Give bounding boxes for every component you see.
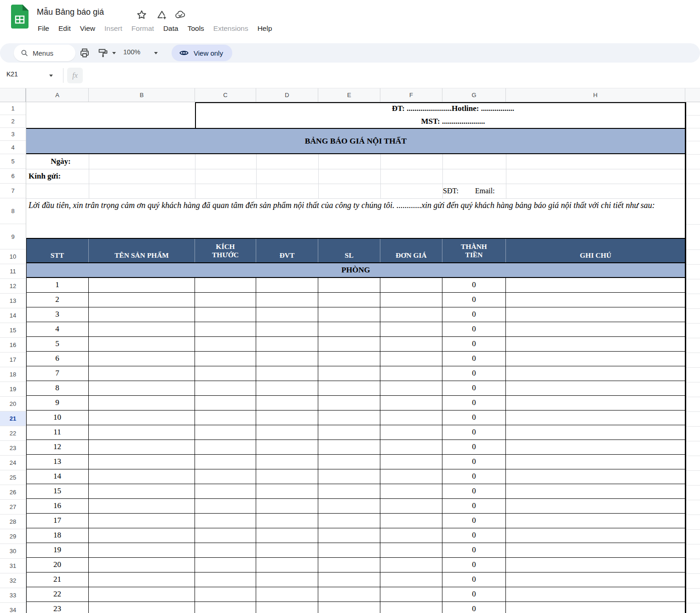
cell-empty[interactable] (506, 411, 685, 425)
cell-stt[interactable]: 18 (26, 528, 89, 543)
cell-tax-line[interactable]: MST: ...................... (221, 115, 685, 128)
menu-tools[interactable]: Tools (183, 22, 209, 35)
cell-empty[interactable] (506, 587, 685, 601)
cell-empty[interactable] (195, 411, 256, 425)
cell-empty[interactable] (318, 602, 380, 613)
cell-stt[interactable]: 17 (26, 514, 89, 528)
cell-empty[interactable] (195, 352, 256, 366)
cell-empty[interactable] (380, 484, 442, 498)
cell-empty[interactable] (318, 499, 380, 513)
cell-empty[interactable] (195, 440, 256, 454)
cell-stt[interactable]: 10 (26, 411, 89, 425)
cell-empty[interactable] (256, 440, 318, 454)
cell-stt[interactable]: 7 (26, 366, 89, 381)
cell-empty[interactable] (256, 411, 318, 425)
view-only-chip[interactable]: View only (172, 45, 232, 61)
column-header-F[interactable]: F (380, 88, 442, 102)
cell-empty[interactable] (318, 352, 380, 366)
cell-empty[interactable] (195, 514, 256, 528)
cell-empty[interactable] (256, 543, 318, 557)
cell-empty[interactable] (318, 411, 380, 425)
cell-thanh-tien[interactable]: 0 (442, 484, 506, 498)
cell-empty[interactable] (256, 558, 318, 572)
move-to-drive-icon[interactable] (156, 9, 167, 20)
name-box[interactable]: K21 (6, 70, 18, 78)
cell-stt[interactable]: 6 (26, 352, 89, 366)
cell-empty[interactable] (89, 381, 195, 395)
cell-empty[interactable] (380, 396, 442, 410)
cell-empty[interactable] (256, 396, 318, 410)
cell-stt[interactable]: 21 (26, 573, 89, 587)
cell-empty[interactable] (380, 366, 442, 381)
cell-empty[interactable] (89, 337, 195, 351)
cell-empty[interactable] (89, 278, 195, 292)
cell-thanh-tien[interactable]: 0 (442, 455, 506, 469)
cell-stt[interactable]: 1 (26, 278, 89, 292)
cell-date-label[interactable]: Ngày: (26, 154, 89, 169)
cell-stt[interactable]: 12 (26, 440, 89, 454)
cell-thanh-tien[interactable]: 0 (442, 307, 506, 322)
cell-empty[interactable] (506, 337, 685, 351)
cell-phone-label[interactable]: SĐT: (443, 184, 459, 198)
cell-empty[interactable] (256, 528, 318, 543)
cell-empty[interactable] (380, 499, 442, 513)
table-header-cell[interactable]: STT (26, 239, 89, 262)
cell-empty[interactable] (195, 366, 256, 381)
cell-stt[interactable]: 16 (26, 499, 89, 513)
cell-empty[interactable] (506, 469, 685, 484)
cell-thanh-tien[interactable]: 0 (442, 440, 506, 454)
cell-stt[interactable]: 4 (26, 322, 89, 336)
table-header-cell[interactable]: ĐVT (256, 239, 318, 262)
cell-stt[interactable]: 2 (26, 293, 89, 307)
cell-stt[interactable]: 19 (26, 543, 89, 557)
cell-empty[interactable] (89, 543, 195, 557)
cell-empty[interactable] (506, 528, 685, 543)
cell-empty[interactable] (380, 425, 442, 440)
cell-empty[interactable] (380, 514, 442, 528)
column-header-B[interactable]: B (89, 88, 195, 102)
menu-data[interactable]: Data (159, 22, 183, 35)
cell-empty[interactable] (506, 573, 685, 587)
cell-empty[interactable] (318, 337, 380, 351)
cell-empty[interactable] (506, 293, 685, 307)
cell-empty[interactable] (89, 455, 195, 469)
cell-empty[interactable] (256, 337, 318, 351)
cell-empty[interactable] (195, 543, 256, 557)
cell-stt[interactable]: 5 (26, 337, 89, 351)
cell-empty[interactable] (195, 381, 256, 395)
cell-empty[interactable] (318, 558, 380, 572)
cell-empty[interactable] (506, 322, 685, 336)
cell-empty[interactable] (256, 455, 318, 469)
cell-empty[interactable] (318, 587, 380, 601)
cell-empty[interactable] (89, 293, 195, 307)
cell-empty[interactable] (318, 469, 380, 484)
cell-recipient-label[interactable]: Kính gửi: (29, 169, 61, 184)
cell-empty[interactable] (318, 366, 380, 381)
star-icon[interactable] (136, 9, 147, 20)
table-header-cell[interactable]: GHI CHÚ (506, 239, 685, 262)
cell-empty[interactable] (380, 469, 442, 484)
zoom-dropdown-caret[interactable] (154, 52, 158, 54)
cell-empty[interactable] (89, 366, 195, 381)
cell-stt[interactable]: 3 (26, 307, 89, 322)
cell-empty[interactable] (380, 381, 442, 395)
cell-empty[interactable] (89, 558, 195, 572)
cell-empty[interactable] (380, 543, 442, 557)
cell-empty[interactable] (89, 499, 195, 513)
cell-stt[interactable]: 20 (26, 558, 89, 572)
cell-empty[interactable] (506, 543, 685, 557)
column-header-A[interactable]: A (26, 88, 89, 102)
cell-empty[interactable] (318, 455, 380, 469)
cell-empty[interactable] (256, 514, 318, 528)
cell-stt[interactable]: 15 (26, 484, 89, 498)
cell-empty[interactable] (256, 381, 318, 395)
cell-empty[interactable] (195, 455, 256, 469)
cell-stt[interactable]: 13 (26, 455, 89, 469)
cell-empty[interactable] (318, 543, 380, 557)
menu-edit[interactable]: Edit (54, 22, 75, 35)
cell-empty[interactable] (380, 573, 442, 587)
grid-corner-box[interactable] (0, 88, 26, 102)
cell-empty[interactable] (506, 381, 685, 395)
cell-empty[interactable] (506, 484, 685, 498)
cell-thanh-tien[interactable]: 0 (442, 278, 506, 292)
